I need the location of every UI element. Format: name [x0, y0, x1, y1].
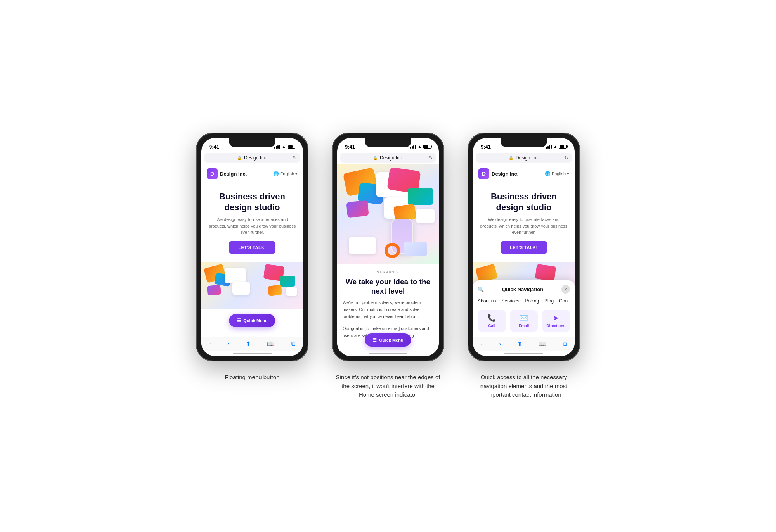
phone-frame-1: 9:41 ▲	[196, 133, 308, 361]
hero-title-1: Business driven design studio	[208, 191, 297, 212]
home-indicator-1	[233, 353, 272, 354]
hamburger-icon-1: ☰	[237, 318, 241, 323]
website-content-3: D Design Inc. 🌐 English ▾ Business drive…	[473, 164, 575, 337]
lock-icon-3: 🔒	[509, 156, 513, 160]
notch-1	[229, 138, 275, 147]
hamburger-icon-2: ☰	[372, 337, 377, 343]
share-btn-3[interactable]: ⬆	[517, 340, 522, 347]
call-label: Call	[488, 324, 495, 328]
mosaic-shape-4	[225, 268, 246, 283]
wifi-icon-1: ▲	[282, 144, 286, 149]
contact-directions[interactable]: ➤ Directions	[542, 310, 570, 332]
mosaic-shapes-1	[201, 262, 303, 309]
caption-2: Since it's not positions near the edges …	[334, 373, 442, 399]
forward-btn-3[interactable]: ›	[499, 340, 501, 347]
back-btn-3[interactable]: ‹	[481, 340, 483, 347]
mosaic-shape-7	[280, 276, 295, 287]
tabs-btn-3[interactable]: ⧉	[563, 340, 567, 347]
browser-bar-3[interactable]: 🔒 Design Inc. ↻	[476, 153, 572, 163]
nav-link-about[interactable]: About us	[478, 298, 496, 304]
search-icon-qn: 🔍	[478, 287, 484, 292]
ml-card-2	[404, 242, 427, 256]
nav-link-pricing[interactable]: Pricing	[525, 298, 539, 304]
phone-frame-3: 9:41 ▲	[468, 133, 580, 361]
close-btn-qn[interactable]: ✕	[561, 285, 570, 294]
quick-nav-title: Quick Navigation	[487, 287, 558, 292]
notch-2	[365, 138, 411, 147]
contact-call[interactable]: 📞 Call	[478, 310, 506, 332]
hero-mosaic-1	[201, 262, 303, 309]
ml-shape-3	[346, 200, 369, 218]
floating-menu-btn-2[interactable]: ☰ Quick Menu	[365, 333, 411, 347]
battery-icon-1	[288, 145, 295, 149]
browser-bar-1[interactable]: 🔒 Design Inc. ↻	[204, 153, 300, 163]
wifi-icon-3: ▲	[553, 144, 558, 149]
bar2	[276, 146, 277, 149]
signal-bars-3	[546, 145, 552, 149]
nav-link-contact[interactable]: Con...	[559, 298, 570, 304]
phone-screen-2: 9:41 ▲	[337, 138, 439, 356]
hero-3: Business driven design studio We design …	[473, 183, 575, 259]
globe-icon-3: 🌐	[545, 171, 551, 176]
contact-actions: 📞 Call ✉️ Email ➤ Directions	[478, 310, 570, 332]
site-logo-1: D Design Inc.	[207, 168, 247, 179]
caption-1: Floating menu button	[225, 373, 280, 382]
services-tag-2: SERVICES	[343, 270, 433, 274]
lang-selector-3[interactable]: 🌐 English ▾	[545, 171, 569, 176]
hero-desc-3: We design easy-to-use interfaces and pro…	[479, 216, 568, 236]
browser-url-1: Design Inc.	[244, 155, 267, 161]
mosaic-shape-8	[267, 284, 282, 296]
call-icon: 📞	[487, 314, 496, 322]
contact-email[interactable]: ✉️ Email	[510, 310, 538, 332]
website-content-1: D Design Inc. 🌐 English ▾ Business drive…	[201, 164, 303, 337]
phone-section-3: 9:41 ▲	[468, 133, 580, 399]
quick-nav-header: 🔍 Quick Navigation ✕	[478, 285, 570, 294]
email-icon: ✉️	[520, 314, 528, 322]
cta-button-1[interactable]: LET'S TALK!	[229, 241, 275, 254]
logo-icon-3: D	[478, 168, 489, 179]
status-time-3: 9:41	[481, 144, 491, 150]
logo-name-3: Design Inc.	[492, 171, 518, 177]
browser-bar-2[interactable]: 🔒 Design Inc. ↻	[340, 153, 436, 163]
reload-icon-1[interactable]: ↻	[293, 155, 297, 161]
directions-label: Directions	[546, 324, 565, 328]
ml-shape-9	[416, 209, 435, 223]
forward-btn-1[interactable]: ›	[227, 340, 229, 347]
reload-icon-2[interactable]: ↻	[429, 155, 433, 161]
lang-selector-1[interactable]: 🌐 English ▾	[273, 171, 298, 176]
nav-link-services[interactable]: Services	[501, 298, 519, 304]
lock-icon-2: 🔒	[373, 156, 378, 160]
wifi-icon-2: ▲	[417, 144, 422, 149]
home-indicator-3	[504, 353, 543, 354]
email-label: Email	[519, 324, 529, 328]
ml-card-1	[349, 237, 376, 254]
battery-icon-2	[423, 145, 431, 149]
status-time-2: 9:41	[345, 144, 355, 150]
reload-icon-3[interactable]: ↻	[565, 155, 568, 161]
phone-section-1: 9:41 ▲	[196, 133, 308, 382]
signal-bars-1	[274, 145, 280, 149]
services-desc-2: We're not problem solvers, we're problem…	[343, 299, 433, 320]
bar1	[274, 147, 275, 149]
hero-desc-1: We design easy-to-use interfaces and pro…	[208, 216, 297, 236]
status-time-1: 9:41	[209, 144, 219, 150]
hero-1: Business driven design studio We design …	[201, 183, 303, 259]
bookmarks-btn-1[interactable]: 📖	[267, 340, 275, 347]
status-icons-1: ▲	[274, 144, 295, 149]
share-btn-1[interactable]: ⬆	[246, 340, 251, 347]
floating-menu-btn-1[interactable]: ☰ Quick Menu	[229, 314, 275, 327]
mosaic-shape-3	[207, 285, 221, 295]
status-icons-2: ▲	[410, 144, 431, 149]
main-container: 9:41 ▲	[196, 133, 580, 399]
back-btn-1[interactable]: ‹	[209, 340, 211, 347]
browser-bottom-3: ‹ › ⬆ 📖 ⧉	[473, 337, 575, 351]
hero-mosaic-2	[337, 164, 439, 264]
cta-button-3[interactable]: LET'S TALK!	[501, 241, 547, 254]
nav-link-blog[interactable]: Blog	[544, 298, 554, 304]
site-logo-3: D Design Inc.	[478, 168, 518, 179]
bookmarks-btn-3[interactable]: 📖	[539, 340, 546, 347]
directions-icon: ➤	[553, 314, 559, 322]
phone-screen-3: 9:41 ▲	[473, 138, 575, 356]
globe-icon-1: 🌐	[273, 171, 279, 176]
tabs-btn-1[interactable]: ⧉	[291, 340, 295, 347]
